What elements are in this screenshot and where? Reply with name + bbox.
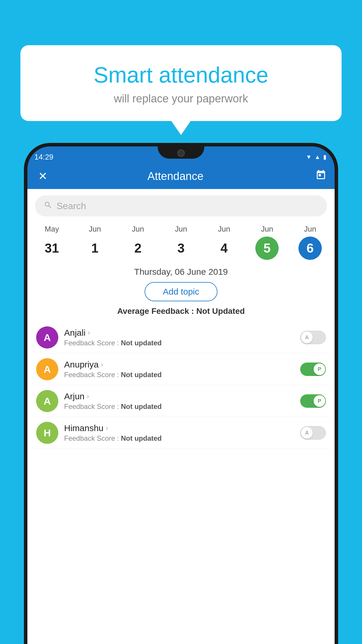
cal-date-number[interactable]: 4 <box>212 237 236 260</box>
avg-feedback-label: Average Feedback : <box>117 307 194 316</box>
phone-frame: 14:29 ▼ ▲ ▮ ✕ Attendance <box>24 143 338 644</box>
calendar-day[interactable]: May31 <box>37 225 66 260</box>
student-info: Anupriya ›Feedback Score : Not updated <box>64 360 294 379</box>
avatar: H <box>36 422 58 444</box>
student-info: Arjun ›Feedback Score : Not updated <box>64 391 294 411</box>
student-info: Anjali ›Feedback Score : Not updated <box>64 328 294 347</box>
cal-month-label: Jun <box>261 225 273 234</box>
search-placeholder: Search <box>57 201 86 211</box>
chevron-icon: › <box>101 361 103 368</box>
avg-feedback-value: Not Updated <box>196 307 245 316</box>
student-name: Himanshu › <box>64 423 294 433</box>
attendance-toggle[interactable]: P <box>300 394 326 408</box>
toggle-switch[interactable]: P <box>300 394 326 408</box>
cal-date-number[interactable]: 5 <box>255 237 279 260</box>
toggle-knob: A <box>301 427 313 439</box>
app-bar: ✕ Attendance <box>27 163 335 189</box>
feedback-score: Feedback Score : Not updated <box>64 402 294 411</box>
calendar-day[interactable]: Jun3 <box>166 225 196 260</box>
student-row[interactable]: AAnjali ›Feedback Score : Not updatedA <box>33 322 329 354</box>
bubble-title: Smart attendance <box>41 63 321 87</box>
toggle-switch[interactable]: P <box>300 363 326 376</box>
student-info: Himanshu ›Feedback Score : Not updated <box>64 423 294 442</box>
student-name: Anjali › <box>64 328 294 338</box>
calendar-strip: May31Jun1Jun2Jun3Jun4Jun5Jun6 <box>27 222 335 265</box>
cal-date-number[interactable]: 31 <box>40 237 64 260</box>
toggle-switch[interactable]: A <box>300 331 326 344</box>
cal-date-number[interactable]: 1 <box>83 237 107 260</box>
feedback-score: Feedback Score : Not updated <box>64 371 294 379</box>
cal-month-label: Jun <box>175 225 187 234</box>
attendance-toggle[interactable]: P <box>300 363 326 376</box>
selected-date: Thursday, 06 June 2019 <box>27 267 335 277</box>
student-row[interactable]: HHimanshu ›Feedback Score : Not updatedA <box>33 417 329 449</box>
cal-date-number[interactable]: 6 <box>298 237 322 260</box>
wifi-icon: ▼ <box>306 154 312 160</box>
feedback-score: Feedback Score : Not updated <box>64 339 294 347</box>
attendance-toggle[interactable]: A <box>300 426 326 440</box>
avg-feedback: Average Feedback : Not Updated <box>27 307 335 316</box>
chevron-icon: › <box>88 329 90 337</box>
avatar: A <box>36 358 58 380</box>
calendar-day[interactable]: Jun5 <box>252 225 282 260</box>
search-icon <box>44 201 52 211</box>
cal-month-label: Jun <box>89 225 101 234</box>
speech-bubble-container: Smart attendance will replace your paper… <box>20 45 342 121</box>
battery-icon: ▮ <box>323 153 326 160</box>
toggle-knob: P <box>314 395 325 407</box>
cal-month-label: Jun <box>218 225 230 234</box>
search-bar[interactable]: Search <box>35 195 327 216</box>
cal-month-label: Jun <box>304 225 316 234</box>
status-icons: ▼ ▲ ▮ <box>306 149 326 160</box>
feedback-score: Feedback Score : Not updated <box>64 434 294 442</box>
avatar: A <box>36 326 58 349</box>
speech-bubble: Smart attendance will replace your paper… <box>20 45 342 121</box>
cal-month-label: May <box>45 225 59 234</box>
calendar-day[interactable]: Jun4 <box>210 225 239 260</box>
phone-notch <box>158 146 204 159</box>
chevron-icon: › <box>87 393 89 400</box>
toggle-knob: P <box>314 363 325 375</box>
front-camera <box>177 149 185 157</box>
status-time: 14:29 <box>34 148 53 162</box>
student-name: Anupriya › <box>64 360 294 370</box>
student-list: AAnjali ›Feedback Score : Not updatedAAA… <box>27 322 335 449</box>
phone-inner: 14:29 ▼ ▲ ▮ ✕ Attendance <box>27 146 335 644</box>
cal-date-number[interactable]: 3 <box>169 237 193 260</box>
calendar-day[interactable]: Jun2 <box>123 225 152 260</box>
cal-date-number[interactable]: 2 <box>126 237 150 260</box>
avatar: A <box>36 390 58 412</box>
student-name: Arjun › <box>64 391 294 401</box>
student-row[interactable]: AAnupriya ›Feedback Score : Not updatedP <box>33 354 329 385</box>
app-bar-title: Attendance <box>36 170 315 183</box>
calendar-day[interactable]: Jun6 <box>296 225 325 260</box>
student-row[interactable]: AArjun ›Feedback Score : Not updatedP <box>33 385 329 417</box>
calendar-icon[interactable] <box>315 169 326 183</box>
calendar-day[interactable]: Jun1 <box>80 225 110 260</box>
toggle-knob: A <box>301 332 313 343</box>
signal-icon: ▲ <box>314 154 320 160</box>
chevron-icon: › <box>106 424 108 432</box>
toggle-switch[interactable]: A <box>300 426 326 440</box>
bubble-subtitle: will replace your paperwork <box>41 92 321 105</box>
cal-month-label: Jun <box>132 225 144 234</box>
add-topic-button[interactable]: Add topic <box>145 282 217 301</box>
attendance-toggle[interactable]: A <box>300 331 326 344</box>
screen-content: Search May31Jun1Jun2Jun3Jun4Jun5Jun6 Thu… <box>27 189 335 644</box>
